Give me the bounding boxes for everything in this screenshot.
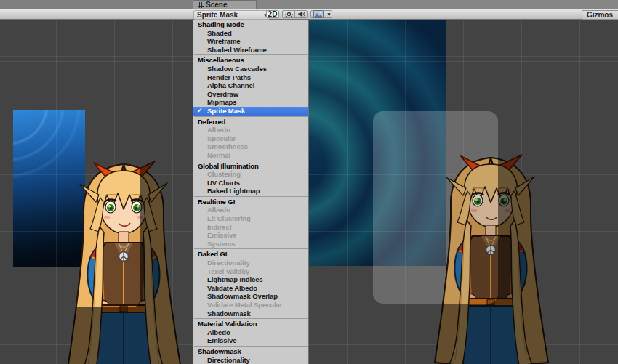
menu-section-header-realtime-gi: Realtime GI bbox=[193, 198, 308, 206]
menu-item-label: Shaded Wireframe bbox=[207, 46, 267, 54]
scene-viewport[interactable] bbox=[0, 19, 618, 364]
menu-separator bbox=[194, 318, 308, 319]
menu-separator bbox=[194, 161, 308, 161]
menu-item-label: Shadow Cascades bbox=[207, 65, 267, 73]
menu-item-wireframe[interactable]: Wireframe bbox=[193, 37, 308, 46]
menu-item-albedo: Albedo bbox=[193, 206, 308, 214]
menu-item-label: Mipmaps bbox=[207, 98, 236, 106]
tab-scene[interactable]: Scene bbox=[193, 0, 257, 9]
2d-toggle-button[interactable]: 2D bbox=[266, 10, 279, 18]
sprite-mask-region-left bbox=[15, 113, 140, 307]
audio-toggle-button[interactable] bbox=[294, 10, 308, 18]
menu-item-overdraw[interactable]: Overdraw bbox=[193, 90, 308, 99]
shading-mode-menu: Shading ModeShadedWireframeShaded Wirefr… bbox=[193, 20, 309, 364]
effects-toggle-button[interactable] bbox=[310, 10, 326, 18]
sprite-mask-region-right bbox=[373, 111, 498, 304]
menu-item-shadowmask[interactable]: Shadowmask bbox=[193, 310, 308, 318]
menu-separator bbox=[194, 346, 308, 347]
checkmark-icon: ✓ bbox=[197, 107, 202, 116]
menu-item-label: UV Charts bbox=[207, 179, 240, 187]
menu-section-header-deferred: Deferred bbox=[193, 118, 308, 126]
menu-item-indirect: Indirect bbox=[193, 223, 308, 232]
menu-item-label: Systems bbox=[207, 240, 235, 248]
menu-item-label: Texel Validity bbox=[207, 267, 249, 275]
lighting-toggle-button[interactable] bbox=[282, 10, 295, 18]
menu-item-label: Alpha Channel bbox=[207, 81, 254, 89]
sun-icon bbox=[285, 10, 293, 18]
menu-item-mipmaps[interactable]: Mipmaps bbox=[193, 98, 308, 107]
menu-item-lightmap-indices[interactable]: Lightmap Indices bbox=[193, 275, 308, 284]
menu-item-clustering: Clustering bbox=[193, 170, 308, 179]
menu-item-label: Directionality bbox=[207, 259, 250, 267]
menu-item-smoothness: Smoothness bbox=[193, 142, 308, 151]
menu-item-validate-albedo[interactable]: Validate Albedo bbox=[193, 284, 308, 293]
menu-separator bbox=[194, 54, 308, 55]
character-sprite-left-masked bbox=[60, 161, 140, 307]
gizmos-dropdown[interactable]: Gizmos bbox=[582, 10, 618, 20]
menu-item-label: Shadowmask bbox=[207, 310, 251, 318]
tab-bar-spacer bbox=[257, 0, 618, 9]
menu-item-albedo: Albedo bbox=[193, 126, 308, 134]
menu-item-label: Albedo bbox=[207, 328, 230, 336]
menu-item-label: Shaded bbox=[207, 29, 232, 37]
menu-item-shadow-cascades[interactable]: Shadow Cascades bbox=[193, 65, 308, 73]
menu-item-label: Albedo bbox=[207, 206, 230, 214]
tab-scene-label: Scene bbox=[206, 1, 227, 9]
menu-item-label: Overdraw bbox=[207, 90, 238, 98]
menu-section-header-shading-mode: Shading Mode bbox=[193, 20, 308, 29]
menu-item-emissive: Emissive bbox=[193, 231, 308, 240]
menu-item-texel-validity: Texel Validity bbox=[193, 267, 308, 276]
menu-section-header-shadowmask: Shadowmask bbox=[193, 347, 308, 356]
menu-separator bbox=[194, 196, 308, 197]
menu-item-shaded[interactable]: Shaded bbox=[193, 29, 308, 38]
scene-toolbar: Sprite Mask ▾ 2D ▾ Gizmos bbox=[0, 9, 618, 20]
menu-item-shadowmask-overlap[interactable]: Shadowmask Overlap bbox=[193, 292, 308, 301]
menu-item-emissive[interactable]: Emissive bbox=[193, 336, 308, 345]
menu-item-systems: Systems bbox=[193, 240, 308, 248]
menu-item-directionality: Directionality bbox=[193, 259, 308, 267]
menu-item-label: Emissive bbox=[207, 231, 236, 239]
menu-section-header-global-illumination: Global Illumination bbox=[193, 162, 308, 171]
tab-bar: Scene bbox=[0, 0, 618, 9]
menu-item-directionality[interactable]: Directionality bbox=[193, 356, 308, 364]
grid-icon bbox=[198, 2, 204, 8]
speaker-icon bbox=[297, 10, 305, 18]
menu-item-sprite-mask[interactable]: ✓Sprite Mask bbox=[193, 107, 308, 116]
menu-item-baked-lightmap[interactable]: Baked Lightmap bbox=[193, 187, 308, 195]
menu-item-label: Smoothness bbox=[207, 142, 248, 150]
menu-item-label: Render Paths bbox=[207, 73, 251, 81]
menu-item-normal: Normal bbox=[193, 151, 308, 160]
menu-item-label: Lightmap Indices bbox=[207, 275, 263, 283]
menu-item-label: Lit Clustering bbox=[207, 214, 251, 222]
menu-section-header-miscellaneous: Miscellaneous bbox=[193, 56, 308, 65]
shading-mode-dropdown[interactable]: Sprite Mask ▾ bbox=[193, 10, 270, 20]
menu-item-shaded-wireframe[interactable]: Shaded Wireframe bbox=[193, 46, 308, 54]
menu-item-label: Directionality bbox=[207, 356, 250, 364]
menu-item-alpha-channel[interactable]: Alpha Channel bbox=[193, 81, 308, 90]
menu-item-lit-clustering: Lit Clustering bbox=[193, 214, 308, 223]
menu-separator bbox=[194, 116, 308, 117]
menu-item-label: Validate Albedo bbox=[207, 284, 257, 292]
menu-item-label: Albedo bbox=[207, 126, 230, 134]
menu-section-header-baked-gi: Baked GI bbox=[193, 250, 308, 259]
menu-item-label: Clustering bbox=[207, 170, 241, 178]
effects-dropdown-arrow[interactable]: ▾ bbox=[326, 10, 332, 18]
menu-item-uv-charts[interactable]: UV Charts bbox=[193, 179, 308, 187]
gizmos-label: Gizmos bbox=[587, 11, 613, 19]
menu-item-label: Normal bbox=[207, 151, 230, 159]
shading-mode-value: Sprite Mask bbox=[197, 11, 238, 19]
unity-scene-view-window: Scene Sprite Mask ▾ 2D bbox=[0, 0, 618, 364]
menu-section-header-material-validation: Material Validation bbox=[193, 320, 308, 328]
character-sprite-right-masked bbox=[428, 155, 498, 304]
image-icon bbox=[313, 10, 324, 18]
menu-item-validate-metal-specular: Validate Metal Specular bbox=[193, 301, 308, 310]
menu-separator bbox=[194, 248, 308, 249]
menu-item-label: Baked Lightmap bbox=[207, 187, 260, 195]
menu-item-label: Specular bbox=[207, 134, 236, 142]
menu-item-albedo[interactable]: Albedo bbox=[193, 328, 308, 337]
menu-item-label: Validate Metal Specular bbox=[207, 301, 282, 309]
menu-item-label: Shadowmask Overlap bbox=[207, 292, 278, 300]
menu-item-label: Emissive bbox=[207, 336, 236, 344]
menu-item-render-paths[interactable]: Render Paths bbox=[193, 73, 308, 82]
menu-item-specular: Specular bbox=[193, 134, 308, 143]
